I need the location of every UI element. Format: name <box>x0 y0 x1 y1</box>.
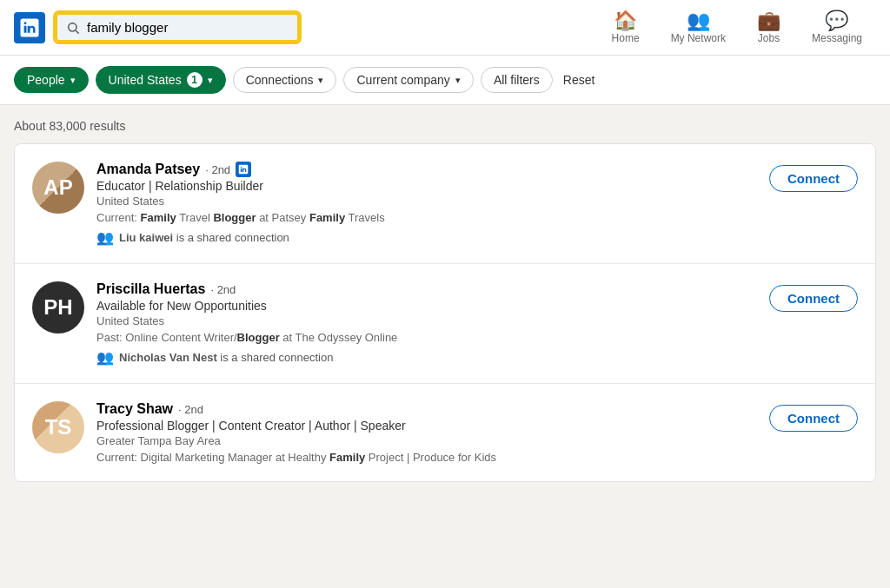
result-name: Amanda Patsey · 2nd <box>96 162 757 177</box>
connect-button[interactable]: Connect <box>769 285 858 312</box>
connections-filter-label: Connections <box>246 73 314 87</box>
result-info: Amanda Patsey · 2nd Educator | Relations… <box>96 162 757 246</box>
avatar[interactable]: AP <box>32 162 84 214</box>
avatar[interactable]: PH <box>32 281 84 334</box>
avatar-initials: PH <box>43 295 72 320</box>
connect-button[interactable]: Connect <box>769 165 858 192</box>
all-filters-btn[interactable]: All filters <box>481 67 553 93</box>
reset-label: Reset <box>563 73 595 87</box>
results-count: About 83,000 results <box>14 119 876 133</box>
current-company-filter-btn[interactable]: Current company ▾ <box>343 67 473 93</box>
linkedin-badge <box>236 162 251 177</box>
result-info: Tracy Shaw · 2nd Professional Blogger | … <box>96 401 757 464</box>
avatar-initials: TS <box>45 415 72 439</box>
result-name-text[interactable]: Tracy Shaw <box>96 401 173 417</box>
linkedin-logo[interactable] <box>14 12 45 43</box>
nav-messaging[interactable]: 💬 Messaging <box>798 4 876 51</box>
result-title: Available for New Opportunities <box>96 299 757 313</box>
shared-connection-text: Liu kaiwei is a shared connection <box>119 231 289 244</box>
result-name: Priscilla Huertas · 2nd <box>96 281 757 297</box>
svg-point-0 <box>69 23 76 30</box>
header: 🏠 Home 👥 My Network 💼 Jobs 💬 Messaging <box>0 0 890 56</box>
connect-button[interactable]: Connect <box>769 405 858 432</box>
results-list: AP Amanda Patsey · 2nd Educator | Relati… <box>14 143 876 482</box>
result-current: Current: Family Travel Blogger at Patsey… <box>96 211 757 224</box>
people-chevron-icon: ▾ <box>70 75 76 86</box>
result-location: United States <box>96 314 757 327</box>
avatar[interactable]: TS <box>32 401 84 453</box>
connections-filter-btn[interactable]: Connections ▾ <box>233 67 337 93</box>
connections-chevron-icon: ▾ <box>318 75 323 86</box>
result-name: Tracy Shaw · 2nd <box>96 401 757 417</box>
degree-badge: · 2nd <box>178 403 203 416</box>
search-icon <box>66 21 80 35</box>
list-item: AP Amanda Patsey · 2nd Educator | Relati… <box>15 144 875 264</box>
united-states-filter-btn[interactable]: United States 1 ▾ <box>96 66 226 94</box>
my-network-icon: 👥 <box>687 11 710 30</box>
nav-jobs[interactable]: 💼 Jobs <box>743 4 794 51</box>
list-item: TS Tracy Shaw · 2nd Professional Blogger… <box>15 384 875 481</box>
result-info: Priscilla Huertas · 2nd Available for Ne… <box>96 281 757 366</box>
svg-line-1 <box>76 30 79 34</box>
shared-connection-text: Nicholas Van Nest is a shared connection <box>119 351 333 364</box>
search-input[interactable] <box>87 20 289 35</box>
degree-badge: · 2nd <box>210 283 236 296</box>
result-current: Past: Online Content Writer/Blogger at T… <box>96 331 757 344</box>
nav-home-label: Home <box>612 32 640 44</box>
result-name-text[interactable]: Priscilla Huertas <box>96 281 205 297</box>
home-icon: 🏠 <box>614 11 637 30</box>
united-states-filter-label: United States <box>109 73 182 87</box>
filter-bar: People ▾ United States 1 ▾ Connections ▾… <box>0 56 890 105</box>
united-states-chevron-icon: ▾ <box>208 75 213 86</box>
result-name-text[interactable]: Amanda Patsey <box>96 162 200 177</box>
people-filter-btn[interactable]: People ▾ <box>14 67 89 93</box>
avatar-initials: AP <box>43 175 72 200</box>
united-states-badge: 1 <box>187 72 203 88</box>
result-current: Current: Digital Marketing Manager at He… <box>96 451 757 464</box>
people-filter-label: People <box>27 73 65 87</box>
nav-messaging-label: Messaging <box>812 32 862 44</box>
current-company-chevron-icon: ▾ <box>455 75 461 86</box>
shared-connection-icon: 👥 <box>96 349 114 366</box>
jobs-icon: 💼 <box>757 11 780 30</box>
nav-my-network-label: My Network <box>671 32 726 44</box>
result-location: United States <box>96 195 757 208</box>
search-box[interactable] <box>56 13 299 42</box>
reset-btn[interactable]: Reset <box>560 68 599 92</box>
current-company-filter-label: Current company <box>356 73 449 87</box>
messaging-icon: 💬 <box>825 11 848 30</box>
nav-my-network[interactable]: 👥 My Network <box>657 4 740 51</box>
result-title: Educator | Relationship Builder <box>96 179 757 193</box>
shared-connection-icon: 👥 <box>96 229 114 246</box>
result-location: Greater Tampa Bay Area <box>96 434 757 447</box>
nav-jobs-label: Jobs <box>758 32 780 44</box>
shared-connection: 👥 Nicholas Van Nest is a shared connecti… <box>96 349 757 366</box>
results-area: About 83,000 results AP Amanda Patsey · … <box>0 105 890 496</box>
nav-home[interactable]: 🏠 Home <box>598 4 654 51</box>
list-item: PH Priscilla Huertas · 2nd Available for… <box>15 264 875 384</box>
result-title: Professional Blogger | Content Creator |… <box>96 419 757 433</box>
shared-connection: 👥 Liu kaiwei is a shared connection <box>96 229 757 246</box>
degree-badge: · 2nd <box>205 163 230 176</box>
main-nav: 🏠 Home 👥 My Network 💼 Jobs 💬 Messaging <box>598 4 876 51</box>
all-filters-label: All filters <box>494 73 540 87</box>
